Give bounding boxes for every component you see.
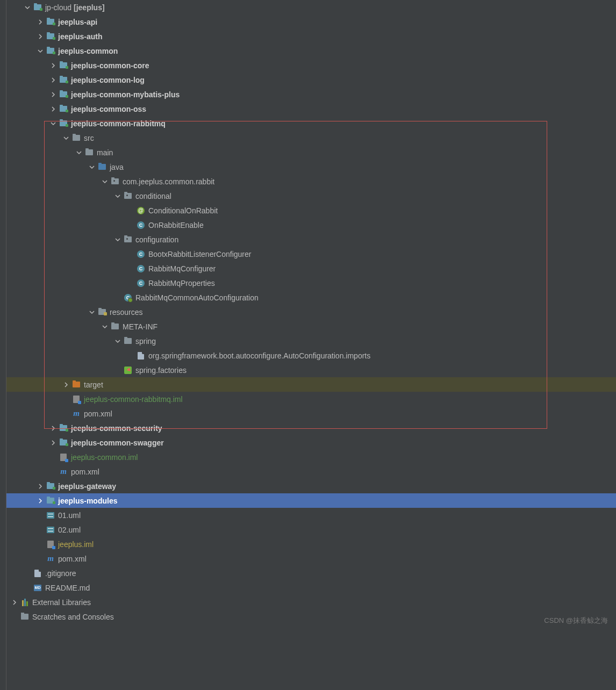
chevron-right-icon[interactable] bbox=[37, 483, 44, 490]
chevron-right-icon[interactable] bbox=[49, 76, 57, 84]
tree-item[interactable]: jeeplus-api bbox=[6, 15, 616, 29]
tree-item[interactable]: spring.factories bbox=[6, 363, 616, 377]
library-icon bbox=[20, 598, 29, 607]
module-folder-icon bbox=[33, 3, 42, 12]
tree-item-scratches[interactable]: Scratches and Consoles bbox=[6, 609, 616, 624]
tree-label: main bbox=[97, 148, 113, 157]
tree-item[interactable]: jeeplus-gateway bbox=[6, 479, 616, 493]
chevron-down-icon[interactable] bbox=[114, 337, 121, 345]
chevron-right-icon[interactable] bbox=[37, 18, 44, 26]
tree-label: BootxRabbitListenerConfigurer bbox=[148, 250, 251, 258]
tree-item[interactable]: MDREADME.md bbox=[6, 580, 616, 595]
tree-label: jeeplus-common-mybatis-plus bbox=[71, 90, 180, 99]
tree-item[interactable]: @ConditionalOnRabbit bbox=[6, 203, 616, 218]
chevron-right-icon[interactable] bbox=[37, 497, 44, 505]
scratch-folder-icon bbox=[20, 613, 29, 621]
tree-item[interactable]: org.springframework.boot.autoconfigure.A… bbox=[6, 348, 616, 363]
chevron-right-icon[interactable] bbox=[49, 439, 57, 447]
tree-item[interactable]: COnRabbitEnable bbox=[6, 218, 616, 232]
tree-label: jeeplus-common-log bbox=[71, 76, 145, 84]
tree-item-target[interactable]: target bbox=[6, 377, 616, 392]
module-folder-icon bbox=[59, 76, 68, 84]
tree-item[interactable]: mpom.xml bbox=[6, 464, 616, 479]
module-folder-icon bbox=[59, 119, 68, 128]
chevron-down-icon[interactable] bbox=[114, 192, 121, 200]
module-folder-icon bbox=[59, 439, 68, 447]
tree-item[interactable]: java bbox=[6, 160, 616, 174]
tree-item[interactable]: jeeplus-common.iml bbox=[6, 450, 616, 464]
chevron-down-icon[interactable] bbox=[101, 178, 109, 185]
tree-label: jeeplus-common.iml bbox=[71, 453, 138, 462]
chevron-down-icon[interactable] bbox=[114, 236, 121, 243]
tree-label: jeeplus-api bbox=[58, 18, 97, 26]
tree-item[interactable]: CRabbitMqCommonAutoConfiguration bbox=[6, 290, 616, 305]
tree-item[interactable]: conditional bbox=[6, 189, 616, 203]
chevron-right-icon[interactable] bbox=[49, 105, 57, 113]
tree-item[interactable]: META-INF bbox=[6, 319, 616, 334]
chevron-down-icon[interactable] bbox=[101, 323, 109, 330]
tree-item[interactable]: main bbox=[6, 145, 616, 160]
tree-label: External Libraries bbox=[32, 598, 91, 607]
tree-label: jeeplus-common-rabbitmq.iml bbox=[84, 395, 183, 404]
tree-item[interactable]: jeeplus-common bbox=[6, 44, 616, 58]
package-icon bbox=[111, 177, 119, 186]
chevron-down-icon[interactable] bbox=[75, 149, 83, 156]
chevron-right-icon[interactable] bbox=[49, 62, 57, 69]
chevron-right-icon[interactable] bbox=[37, 33, 44, 40]
chevron-down-icon[interactable] bbox=[24, 4, 31, 11]
tree-item[interactable]: resources bbox=[6, 305, 616, 319]
tree-item[interactable]: spring bbox=[6, 334, 616, 348]
chevron-down-icon[interactable] bbox=[62, 134, 70, 142]
tree-item[interactable]: jeeplus-common-oss bbox=[6, 102, 616, 116]
chevron-right-icon[interactable] bbox=[11, 599, 18, 606]
tree-item[interactable]: jeeplus-common-swagger bbox=[6, 435, 616, 450]
chevron-down-icon[interactable] bbox=[88, 308, 96, 316]
tree-label: pom.xml bbox=[71, 468, 99, 476]
tree-item[interactable]: CBootxRabbitListenerConfigurer bbox=[6, 247, 616, 261]
tree-label: resources bbox=[110, 308, 142, 317]
chevron-down-icon[interactable] bbox=[49, 120, 57, 127]
maven-file-icon: m bbox=[59, 468, 68, 476]
chevron-right-icon[interactable] bbox=[49, 91, 57, 98]
tree-item[interactable]: CRabbitMqProperties bbox=[6, 276, 616, 290]
tree-label: com.jeeplus.common.rabbit bbox=[123, 177, 214, 186]
tree-label: .gitignore bbox=[45, 569, 76, 578]
file-icon bbox=[33, 569, 42, 578]
file-icon bbox=[137, 351, 145, 360]
tree-item[interactable]: CRabbitMqConfigurer bbox=[6, 261, 616, 276]
tree-item[interactable]: jeeplus-auth bbox=[6, 29, 616, 44]
module-folder-icon bbox=[46, 32, 55, 41]
tree-label: Scratches and Consoles bbox=[32, 613, 114, 621]
tree-item[interactable]: jeeplus-common-log bbox=[6, 73, 616, 87]
tree-label: jeeplus-common-security bbox=[71, 424, 162, 433]
tree-item[interactable]: configuration bbox=[6, 232, 616, 247]
tree-item-root[interactable]: jp-cloud [jeeplus] bbox=[6, 0, 616, 15]
tree-item[interactable]: jeeplus-common-rabbitmq.iml bbox=[6, 392, 616, 406]
chevron-right-icon[interactable] bbox=[49, 425, 57, 432]
tree-item[interactable]: jeeplus-common-rabbitmq bbox=[6, 116, 616, 131]
tree-label: jeeplus-common-oss bbox=[71, 105, 146, 113]
project-tree[interactable]: jp-cloud [jeeplus] jeeplus-api jeeplus-a… bbox=[6, 0, 616, 690]
class-icon: C bbox=[137, 264, 145, 273]
tree-item[interactable]: jeeplus-common-mybatis-plus bbox=[6, 87, 616, 102]
tree-item-external-libs[interactable]: External Libraries bbox=[6, 595, 616, 609]
chevron-down-icon[interactable] bbox=[37, 47, 44, 55]
annotation-class-icon: @ bbox=[137, 206, 145, 215]
tree-item[interactable]: mpom.xml bbox=[6, 406, 616, 421]
module-folder-icon bbox=[46, 497, 55, 505]
tree-item[interactable]: 01.uml bbox=[6, 508, 616, 522]
tree-item[interactable]: jeeplus-common-security bbox=[6, 421, 616, 435]
tree-item[interactable]: com.jeeplus.common.rabbit bbox=[6, 174, 616, 189]
tree-item[interactable]: mpom.xml bbox=[6, 551, 616, 566]
tree-label: jeeplus-gateway bbox=[58, 482, 116, 491]
tree-item[interactable]: 02.uml bbox=[6, 522, 616, 537]
chevron-right-icon[interactable] bbox=[62, 381, 70, 389]
tree-item[interactable]: jeeplus.iml bbox=[6, 537, 616, 551]
tree-item[interactable]: .gitignore bbox=[6, 566, 616, 580]
chevron-down-icon[interactable] bbox=[88, 163, 96, 171]
tree-item[interactable]: jeeplus-common-core bbox=[6, 58, 616, 73]
tree-label: RabbitMqCommonAutoConfiguration bbox=[135, 293, 259, 302]
tree-item[interactable]: src bbox=[6, 131, 616, 145]
iml-file-icon bbox=[59, 453, 68, 462]
tree-item-selected[interactable]: jeeplus-modules bbox=[6, 493, 616, 508]
